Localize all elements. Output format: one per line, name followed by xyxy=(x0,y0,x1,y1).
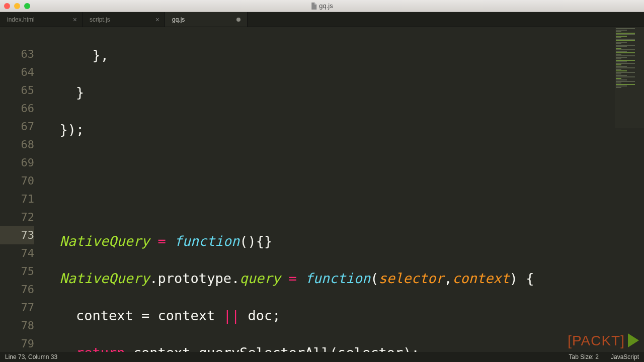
editor[interactable]: 63 64 65 66 67 68 69 70 71 72 73 74 75 7… xyxy=(0,27,644,352)
token-text: context = context xyxy=(76,308,223,323)
code-line: NativeQuery = function(){} xyxy=(43,232,644,250)
line-number: 75 xyxy=(0,262,34,281)
token-text: doc; xyxy=(239,308,280,323)
tab-label: index.html xyxy=(7,16,35,23)
code-line: }, xyxy=(43,46,644,64)
line-number: 69 xyxy=(0,154,34,172)
status-tab-size[interactable]: Tab Size: 2 xyxy=(569,353,599,360)
traffic-lights xyxy=(0,3,30,9)
window-title-text: gq.js xyxy=(319,2,333,10)
code-line: context = context || doc; xyxy=(43,307,644,325)
line-number: 79 xyxy=(0,335,34,353)
code-line: } xyxy=(43,83,644,102)
line-number: 68 xyxy=(0,136,34,154)
token-keyword: function xyxy=(305,270,370,286)
tab-label: script.js xyxy=(90,16,110,23)
code-line xyxy=(43,195,644,213)
line-number: 74 xyxy=(0,244,34,262)
line-number: 67 xyxy=(0,118,34,136)
token-param: selector xyxy=(379,270,444,286)
tab-bar: index.html × script.js × gq.js xyxy=(0,12,644,27)
file-icon xyxy=(311,3,317,10)
close-icon[interactable]: × xyxy=(155,16,159,23)
line-number: 76 xyxy=(0,281,34,299)
status-bar: Line 73, Column 33 Tab Size: 2 JavaScrip… xyxy=(0,352,644,362)
line-number: 77 xyxy=(0,299,34,317)
dirty-indicator-icon xyxy=(236,18,240,22)
token-identifier: NativeQuery xyxy=(60,270,150,286)
line-number: 65 xyxy=(0,81,34,100)
minimize-window-button[interactable] xyxy=(14,3,20,9)
code-area[interactable]: }, } }); NativeQuery = function(){} Nati… xyxy=(43,27,644,352)
window-titlebar: gq.js xyxy=(0,0,644,12)
play-icon xyxy=(628,333,639,347)
tab-index-html[interactable]: index.html × xyxy=(0,12,83,27)
token-prop: prototype xyxy=(158,270,231,286)
close-icon[interactable]: × xyxy=(73,16,77,23)
line-number: 73 xyxy=(0,226,34,244)
line-number: 71 xyxy=(0,190,34,208)
code-line xyxy=(43,158,644,176)
line-number xyxy=(0,27,34,45)
code-line: NativeQuery.prototype.query = function(s… xyxy=(43,269,644,288)
tab-script-js[interactable]: script.js × xyxy=(83,12,165,27)
tab-label: gq.js xyxy=(172,16,185,23)
line-number: 72 xyxy=(0,208,34,226)
token-param: context xyxy=(452,270,510,286)
line-number: 66 xyxy=(0,100,34,118)
line-number: 64 xyxy=(0,63,34,81)
line-number: 70 xyxy=(0,172,34,190)
status-syntax[interactable]: JavaScript xyxy=(611,353,639,360)
minimap[interactable] xyxy=(615,27,644,128)
brand-text: [PACKT] xyxy=(568,333,625,348)
line-number: 63 xyxy=(0,45,34,63)
window-title: gq.js xyxy=(311,2,333,10)
close-window-button[interactable] xyxy=(4,3,10,9)
line-gutter: 63 64 65 66 67 68 69 70 71 72 73 74 75 7… xyxy=(0,27,43,352)
token-keyword: function xyxy=(174,233,239,249)
brand-watermark: [PACKT] xyxy=(568,333,639,349)
token-identifier: NativeQuery xyxy=(60,233,150,249)
token-prop: query xyxy=(239,270,280,286)
line-number: 78 xyxy=(0,317,34,335)
zoom-window-button[interactable] xyxy=(24,3,30,9)
status-cursor-position[interactable]: Line 73, Column 33 xyxy=(5,353,57,360)
token-op: || xyxy=(223,308,240,323)
code-line: }); xyxy=(43,121,644,139)
tab-gq-js[interactable]: gq.js xyxy=(165,12,248,27)
